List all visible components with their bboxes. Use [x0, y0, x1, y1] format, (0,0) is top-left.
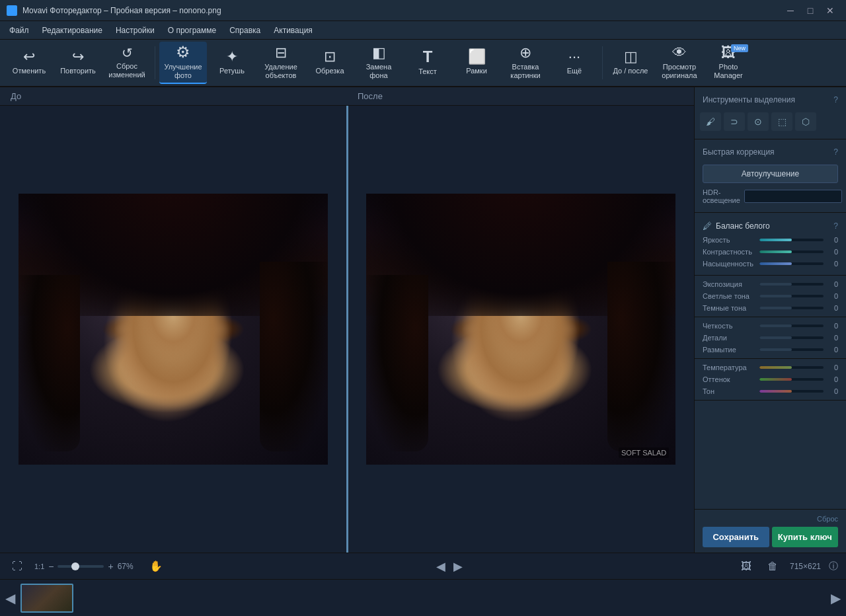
- menu-help[interactable]: Справка: [223, 23, 267, 38]
- filmstrip-item[interactable]: [20, 584, 73, 613]
- filmstrip-prev-button[interactable]: ◀: [5, 590, 15, 606]
- filmstrip-next-button[interactable]: ▶: [831, 590, 841, 606]
- menu-edit[interactable]: Редактирование: [36, 23, 109, 38]
- more-button[interactable]: ··· Ещё: [551, 42, 598, 84]
- replace-bg-button[interactable]: ◧ Заменафона: [355, 42, 403, 84]
- after-pane[interactable]: SOFT SALAD: [348, 106, 695, 553]
- quick-correction-help-button[interactable]: ?: [833, 147, 838, 157]
- image-icon: 🖼: [737, 557, 755, 576]
- blur-slider[interactable]: [759, 348, 824, 351]
- info-button[interactable]: ⓘ: [829, 560, 838, 572]
- white-balance-help-button[interactable]: ?: [833, 221, 838, 231]
- frames-button[interactable]: ⬜ Рамки: [453, 42, 500, 84]
- crop-label: Обрезка: [315, 67, 344, 75]
- hdr-input[interactable]: [744, 190, 842, 203]
- view-original-label: Просмотроригинала: [662, 63, 697, 80]
- enhance-icon: ⚙: [176, 44, 190, 60]
- brightness-slider[interactable]: [759, 239, 824, 241]
- retouch-button[interactable]: ✦ Ретушь: [208, 42, 256, 84]
- buy-button[interactable]: Купить ключ: [772, 527, 839, 547]
- brush-selection-tool[interactable]: 🖌: [700, 112, 721, 131]
- filmstrip: ◀ ▶: [0, 579, 846, 616]
- before-after-button[interactable]: ◫ До / после: [607, 42, 654, 84]
- shadows-slider[interactable]: [759, 307, 824, 309]
- delete-button[interactable]: 🗑: [763, 557, 782, 576]
- zoom-one-button[interactable]: 1:1: [34, 562, 44, 570]
- zoom-thumb: [71, 562, 79, 570]
- before-pane[interactable]: [0, 106, 346, 553]
- zoom-area: 1:1 − + 67%: [34, 561, 141, 572]
- before-photo: [19, 194, 328, 465]
- fullscreen-button[interactable]: ⛶: [8, 557, 26, 576]
- nav-prev-button[interactable]: ◀: [436, 559, 445, 574]
- selection-tools-section: Инструменты выделения ? 🖌 ⊃ ⊙ ⬚ ⬡: [695, 87, 846, 139]
- detail-row: Детали 0: [695, 332, 846, 344]
- contrast-row: Контрастность 0: [695, 246, 846, 258]
- text-button[interactable]: T Текст: [404, 42, 451, 84]
- auto-enhance-button[interactable]: Автоулучшение: [703, 165, 838, 183]
- reset-button[interactable]: ↺ Сбросизменений: [103, 42, 151, 84]
- tone-label: Тон: [703, 387, 755, 395]
- image-size: 715×621: [790, 562, 821, 571]
- more-label: Ещё: [567, 67, 582, 75]
- point-selection-tool[interactable]: ⊙: [748, 112, 769, 131]
- saturation-slider[interactable]: [759, 262, 824, 265]
- maximize-button[interactable]: □: [801, 1, 820, 20]
- detail-slider[interactable]: [759, 336, 824, 339]
- hand-tool-button[interactable]: ✋: [149, 560, 163, 572]
- frames-label: Рамки: [466, 67, 487, 75]
- crop-button[interactable]: ⊡ Обрезка: [306, 42, 354, 84]
- after-label: После: [347, 91, 694, 101]
- close-button[interactable]: ✕: [821, 1, 839, 20]
- minimize-button[interactable]: ─: [781, 1, 800, 20]
- nav-next-button[interactable]: ▶: [453, 559, 463, 574]
- menu-settings[interactable]: Настройки: [109, 23, 161, 38]
- lasso-selection-tool[interactable]: ⊃: [724, 112, 745, 131]
- photo-manager-button[interactable]: New 🖼 PhotoManager: [705, 42, 752, 84]
- tint-slider[interactable]: [759, 378, 824, 381]
- selection-help-button[interactable]: ?: [833, 95, 838, 104]
- tone-slider[interactable]: [759, 390, 824, 393]
- sharpness-slider[interactable]: [759, 325, 824, 327]
- reset-link[interactable]: Сброс: [703, 515, 838, 523]
- redo-label: Повторить: [60, 67, 96, 75]
- rect-selection-tool[interactable]: ⬚: [771, 112, 792, 131]
- sharpness-label: Четкость: [703, 322, 755, 330]
- insert-icon: ⊕: [519, 46, 531, 60]
- enhance-button[interactable]: ⚙ Улучшениефото: [159, 42, 207, 84]
- sharpness-row: Четкость 0: [695, 320, 846, 332]
- app-icon: [7, 5, 17, 16]
- erase-selection-tool[interactable]: ⬡: [795, 112, 816, 131]
- view-original-icon: 👁: [672, 46, 687, 60]
- insert-button[interactable]: ⊕ Вставкакартинки: [502, 42, 549, 84]
- undo-button[interactable]: ↩ Отменить: [5, 42, 53, 84]
- statusbar: ⛶ 1:1 − + 67% ✋ ◀ ▶ 🖼 🗑 715×621 ⓘ: [0, 553, 846, 579]
- contrast-value: 0: [827, 248, 838, 256]
- canvas-divider[interactable]: [346, 106, 348, 553]
- brightness-value: 0: [827, 236, 838, 244]
- save-button[interactable]: Сохранить: [703, 527, 769, 547]
- temperature-section: Температура 0 Оттенок 0 Тон 0: [695, 359, 846, 401]
- selection-tools-row: 🖌 ⊃ ⊙ ⬚ ⬡: [695, 110, 846, 134]
- zoom-in-button[interactable]: +: [108, 561, 113, 572]
- brightness-label: Яркость: [703, 236, 755, 244]
- toolbar: ↩ Отменить ↪ Повторить ↺ Сбросизменений …: [0, 40, 846, 87]
- canvas-content[interactable]: SOFT SALAD: [0, 106, 694, 553]
- view-original-button[interactable]: 👁 Просмотроригинала: [656, 42, 703, 84]
- blur-value: 0: [827, 346, 838, 354]
- remove-objects-button[interactable]: ⊟ Удалениеобъектов: [257, 42, 305, 84]
- zoom-out-button[interactable]: −: [48, 561, 54, 572]
- highlights-slider[interactable]: [759, 295, 824, 297]
- redo-button[interactable]: ↪ Повторить: [54, 42, 102, 84]
- menu-file[interactable]: Файл: [3, 23, 36, 38]
- menu-activate[interactable]: Активация: [267, 23, 319, 38]
- menu-about[interactable]: О программе: [161, 23, 223, 38]
- white-balance-title: Баланс белого: [716, 221, 829, 231]
- exposure-slider[interactable]: [759, 283, 824, 286]
- temperature-slider[interactable]: [759, 366, 824, 369]
- main-content: До После: [0, 87, 846, 553]
- zoom-slider[interactable]: [58, 565, 104, 568]
- quick-correction-title: Быстрая коррекция ?: [695, 145, 846, 162]
- contrast-slider[interactable]: [759, 250, 824, 253]
- remove-icon: ⊟: [275, 46, 287, 60]
